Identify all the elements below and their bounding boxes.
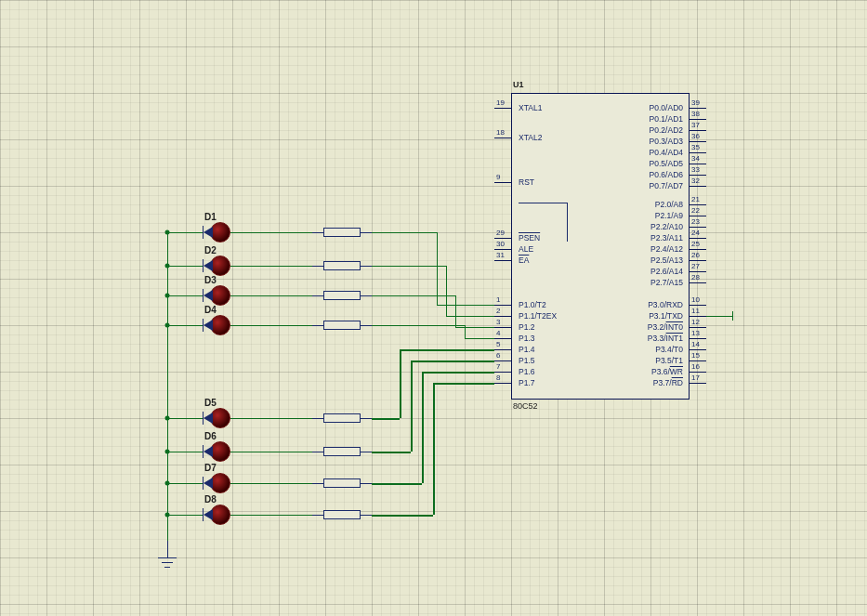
pin-label: P2.7/A15 [650, 278, 683, 287]
led[interactable] [210, 285, 230, 306]
resistor[interactable] [323, 261, 361, 270]
chip-pin[interactable] [690, 130, 706, 131]
schematic-canvas[interactable]: U1 80C52 19XTAL118XTAL29RST29PSEN30ALE31… [0, 0, 867, 616]
pin-number: 21 [691, 195, 700, 203]
chip-pin[interactable] [690, 141, 706, 142]
chip-pin[interactable] [690, 305, 706, 306]
pin-number: 34 [691, 154, 700, 163]
led[interactable] [210, 315, 230, 335]
chip-pin[interactable] [494, 249, 511, 250]
chip-pin[interactable] [690, 164, 706, 164]
chip-pin[interactable] [690, 119, 706, 120]
chip-pin[interactable] [494, 349, 511, 350]
chip-pin[interactable] [494, 238, 511, 239]
wire [230, 418, 312, 419]
pin-label: P1.6 [519, 367, 535, 376]
resistor-lead [312, 515, 323, 516]
wire [167, 452, 203, 452]
chip-pin[interactable] [494, 108, 511, 109]
junction [165, 323, 170, 328]
resistor[interactable] [323, 478, 361, 488]
chip-pin[interactable] [494, 360, 511, 361]
led[interactable] [210, 505, 230, 525]
diode-symbol [204, 290, 213, 301]
ground-symbol [164, 567, 170, 568]
pin-label: P1.7 [519, 378, 535, 387]
pin-label: PSEN [519, 233, 540, 242]
wire [455, 295, 456, 327]
wire [422, 372, 494, 374]
chip-pin[interactable] [494, 316, 511, 317]
led-reference: D2 [204, 245, 217, 256]
wire [372, 266, 446, 267]
chip-pin[interactable] [690, 152, 706, 153]
pin-label: P2.2/A10 [650, 222, 683, 231]
chip-pin[interactable] [494, 383, 511, 384]
diode-symbol [204, 227, 213, 238]
chip-pin[interactable] [494, 138, 511, 138]
resistor-lead [312, 232, 323, 233]
chip-pin[interactable] [690, 238, 706, 239]
chip-pin[interactable] [690, 260, 706, 261]
resistor[interactable] [323, 413, 361, 423]
pin-label: EA [519, 256, 529, 265]
chip-pin[interactable] [690, 327, 706, 328]
pin-label: P2.6/A14 [650, 267, 683, 276]
wire [732, 311, 733, 321]
wire [167, 232, 203, 233]
diode-symbol [204, 446, 213, 457]
resistor[interactable] [323, 447, 361, 456]
chip-pin[interactable] [690, 227, 706, 228]
led[interactable] [210, 473, 230, 493]
pin-number: 33 [691, 165, 700, 174]
pin-label: P2.4/A12 [650, 244, 683, 254]
resistor[interactable] [323, 510, 361, 519]
chip-pin[interactable] [494, 372, 511, 373]
chip-pin[interactable] [690, 338, 706, 339]
chip-pin[interactable] [494, 305, 511, 306]
wire [446, 266, 447, 316]
wire [706, 316, 732, 317]
wire [167, 295, 203, 296]
chip-pin[interactable] [690, 175, 706, 176]
chip-pin[interactable] [494, 182, 511, 183]
chip-pin[interactable] [494, 338, 511, 339]
resistor-lead [312, 483, 323, 484]
led[interactable] [210, 222, 230, 242]
pin-number: 24 [691, 229, 700, 237]
chip-pin[interactable] [690, 204, 706, 205]
wire [411, 360, 413, 452]
chip-pin[interactable] [690, 282, 706, 283]
chip-pin[interactable] [690, 316, 706, 317]
pin-label: P1.0/T2 [519, 300, 546, 309]
chip-pin[interactable] [494, 260, 511, 261]
led-reference: D7 [204, 463, 217, 473]
pin-number: 31 [496, 251, 505, 259]
led[interactable] [210, 441, 230, 462]
chip-pin[interactable] [690, 360, 706, 361]
resistor[interactable] [323, 321, 361, 330]
pin-label: P1.3 [519, 334, 535, 343]
diode-symbol [204, 320, 213, 331]
chip-pin[interactable] [494, 327, 511, 328]
chip-pin[interactable] [690, 216, 706, 216]
diode-symbol [204, 413, 213, 424]
resistor[interactable] [323, 228, 361, 237]
wire [230, 295, 312, 296]
chip-pin[interactable] [690, 372, 706, 373]
pin-number: 27 [691, 262, 700, 270]
led-reference: D4 [204, 305, 217, 315]
chip-pin[interactable] [690, 349, 706, 350]
chip-pin[interactable] [690, 271, 706, 272]
led[interactable] [210, 256, 230, 276]
pin-label: ALE [519, 244, 533, 254]
pin-number: 17 [691, 374, 700, 382]
chip-pin[interactable] [690, 249, 706, 250]
led-reference: D6 [204, 431, 217, 441]
led[interactable] [210, 408, 230, 428]
chip-pin[interactable] [690, 186, 706, 187]
chip-pin[interactable] [690, 383, 706, 384]
chip-pin[interactable] [690, 108, 706, 109]
pin-label: P3.5/T1 [655, 356, 683, 365]
resistor[interactable] [323, 291, 361, 300]
